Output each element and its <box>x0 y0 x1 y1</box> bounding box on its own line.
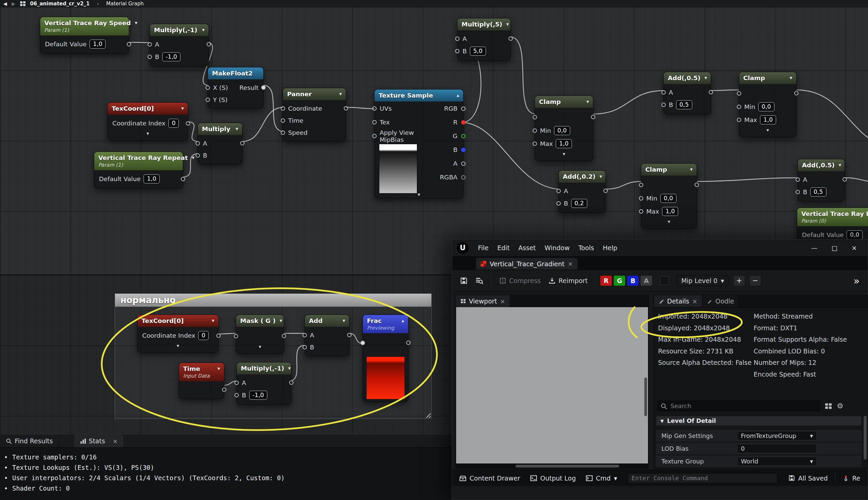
node-header[interactable]: Panner▾ <box>283 88 346 100</box>
menu-asset[interactable]: Asset <box>514 242 540 253</box>
mip-level-dropdown[interactable]: Mip Level 0 ▾ <box>677 275 729 286</box>
chevron-down-icon[interactable]: ▾ <box>208 318 214 323</box>
max-value-field[interactable]: 1,0 <box>662 207 678 216</box>
node-texcoord-comment[interactable]: TexCoord[0]▾ Coordinate Index0 ▾ <box>137 315 219 353</box>
node-header[interactable]: Clamp▾ <box>535 96 593 108</box>
input-pin-b[interactable] <box>661 103 666 107</box>
chevron-down-icon[interactable]: ▾ <box>213 365 220 372</box>
expand-chevron-icon[interactable]: ▾ <box>641 218 697 226</box>
input-pin-a[interactable] <box>557 189 561 193</box>
output-pin[interactable] <box>240 141 244 146</box>
tab-viewport[interactable]: Viewport × <box>456 295 510 307</box>
input-pin-a[interactable] <box>796 178 800 182</box>
search-input[interactable] <box>670 401 818 410</box>
node-header[interactable]: Add(,0.5)▾ <box>664 72 711 84</box>
close-icon[interactable]: × <box>568 260 573 267</box>
node-header[interactable]: Multiply▾ <box>198 123 242 135</box>
output-pin[interactable] <box>591 115 595 120</box>
node-header[interactable]: TexCoord[0]▾ <box>137 315 218 327</box>
chevron-down-icon[interactable]: ▾ <box>177 105 184 111</box>
chevron-down-icon[interactable]: ▾ <box>502 21 509 27</box>
node-header[interactable]: TexCoord[0]▾ <box>108 103 188 115</box>
chevron-down-icon[interactable]: ▾ <box>198 27 205 33</box>
mip-minus-button[interactable]: − <box>750 276 761 286</box>
console-command-box[interactable] <box>628 473 777 483</box>
minimize-button[interactable]: — <box>811 244 818 251</box>
expand-chevron-icon[interactable]: ▾ <box>236 343 284 351</box>
search-box[interactable] <box>658 401 820 411</box>
comment-title[interactable]: нормально <box>115 294 431 307</box>
content-drawer-button[interactable]: Content Drawer <box>456 473 524 484</box>
chevron-down-icon[interactable]: ▾ <box>284 365 291 371</box>
chevron-down-icon[interactable]: ▾ <box>335 91 342 97</box>
input-pin-b[interactable] <box>557 201 561 206</box>
unreal-logo-icon[interactable]: U <box>456 241 469 254</box>
default-value-field[interactable]: 1,0 <box>90 39 106 49</box>
input-pin[interactable] <box>639 183 643 187</box>
breadcrumb-asset[interactable]: 06_animated_cr_v2_1 <box>30 1 90 7</box>
output-pin[interactable] <box>181 177 185 181</box>
b-value-field[interactable]: 0,2 <box>571 199 587 208</box>
min-input-pin[interactable] <box>533 128 537 133</box>
input-pin-b[interactable] <box>302 345 307 350</box>
input-pin[interactable] <box>361 341 365 345</box>
content-browser-icon[interactable] <box>20 1 25 6</box>
chevron-down-icon[interactable]: ▾ <box>188 155 195 161</box>
close-icon[interactable]: × <box>692 298 697 305</box>
tab-oodle[interactable]: Oodle <box>702 295 739 307</box>
maximize-button[interactable]: □ <box>832 244 837 251</box>
min-input-pin[interactable] <box>639 196 643 201</box>
input-pin-b[interactable] <box>796 190 800 194</box>
output-pin[interactable] <box>406 341 411 345</box>
expand-chevron-icon[interactable]: ▾ <box>739 126 796 134</box>
input-pin[interactable] <box>234 334 238 338</box>
input-pin[interactable] <box>533 115 537 120</box>
input-pin-x[interactable] <box>206 86 210 90</box>
back-button[interactable]: ◀ <box>3 1 7 7</box>
node-header[interactable]: Clamp▾ <box>641 164 697 176</box>
node-add-05-top[interactable]: Add(,0.5)▾ A B0,5 <box>663 72 711 114</box>
rgba-output-pin[interactable] <box>461 175 466 179</box>
toolbar-overflow-button[interactable]: » <box>854 275 862 287</box>
mipbias-input-pin[interactable] <box>372 134 377 138</box>
output-pin[interactable] <box>282 334 286 338</box>
node-header[interactable]: Add(,0.5)▾ <box>798 159 845 171</box>
console-command-input[interactable] <box>628 474 777 483</box>
mip-plus-button[interactable]: + <box>734 276 745 286</box>
speed-input-pin[interactable] <box>281 130 285 135</box>
output-pin[interactable] <box>222 388 226 392</box>
input-pin-a[interactable] <box>195 141 200 146</box>
node-clamp-2[interactable]: Clamp▾ Min0,0 Max1,0 ▾ <box>739 72 797 137</box>
min-value-field[interactable]: 0,0 <box>758 102 774 111</box>
input-pin-b[interactable] <box>148 55 152 59</box>
browse-to-asset-button[interactable] <box>473 275 486 286</box>
input-pin-b[interactable] <box>195 153 200 158</box>
scrollbar-thumb[interactable] <box>515 465 619 467</box>
node-frac[interactable]: Frac▴ Previewing <box>363 315 409 402</box>
node-header[interactable]: Vertical Trace Ray Intens Param (0) <box>797 208 868 226</box>
chevron-down-icon[interactable]: ▾ <box>835 162 842 168</box>
input-pin-b[interactable] <box>455 49 459 53</box>
lod-bias-field[interactable]: 0 <box>737 444 817 453</box>
chevron-down-icon[interactable]: ▾ <box>339 318 345 323</box>
chevron-down-icon[interactable]: ▾ <box>582 99 589 105</box>
coordinate-index-field[interactable]: 0 <box>168 119 179 128</box>
forward-button[interactable]: ▶ <box>12 1 15 7</box>
result-output-pin[interactable] <box>261 86 266 90</box>
menu-edit[interactable]: Edit <box>493 242 514 253</box>
close-button[interactable]: × <box>852 244 857 251</box>
node-header[interactable]: Multiply(,-1)▾ <box>237 363 291 375</box>
desaturation-checkbox[interactable] <box>660 276 669 285</box>
chevron-down-icon[interactable]: ▾ <box>786 75 792 81</box>
max-value-field[interactable]: 1,0 <box>760 115 776 124</box>
rgb-output-pin[interactable] <box>461 106 466 111</box>
node-header[interactable]: Texture Sample▴ <box>375 90 463 102</box>
r-output-pin[interactable] <box>461 120 466 124</box>
node-header[interactable]: Time▾ Input Data <box>179 363 224 381</box>
all-saved-status[interactable]: All Saved <box>785 473 832 484</box>
node-add-05-right[interactable]: Add(,0.5)▾ A B0,5 <box>798 159 845 202</box>
menu-tools[interactable]: Tools <box>574 242 598 253</box>
input-pin-b[interactable] <box>235 393 239 397</box>
output-pin[interactable] <box>289 380 294 385</box>
input-pin-y[interactable] <box>206 98 210 102</box>
